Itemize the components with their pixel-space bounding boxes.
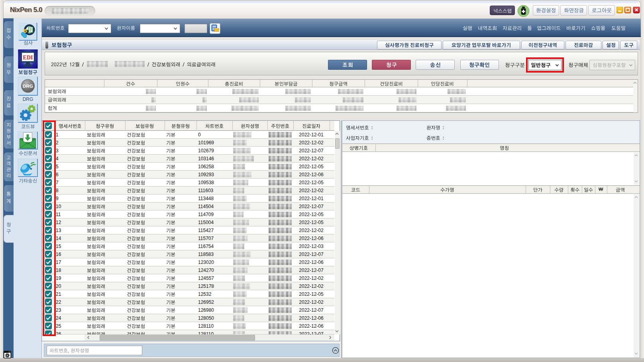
svg-text:EDI: EDI — [23, 55, 33, 61]
svg-text:DRG: DRG — [23, 83, 33, 89]
